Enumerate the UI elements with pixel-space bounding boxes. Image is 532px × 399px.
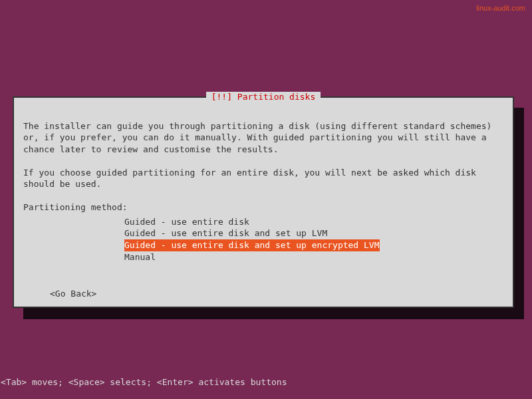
option-manual[interactable]: Manual bbox=[124, 251, 156, 263]
option-guided-entire-disk[interactable]: Guided - use entire disk bbox=[124, 216, 249, 228]
dialog-title-wrapper: [!!] Partition disks bbox=[14, 92, 513, 102]
footer-help-text: <Tab> moves; <Space> selects; <Enter> ac… bbox=[1, 377, 287, 387]
option-guided-encrypted-lvm[interactable]: Guided - use entire disk and set up encr… bbox=[124, 239, 380, 251]
dialog-paragraph-2: If you choose guided partitioning for an… bbox=[23, 168, 481, 190]
partitioning-options-list: Guided - use entire diskGuided - use ent… bbox=[23, 216, 503, 263]
partitioning-method-prompt: Partitioning method: bbox=[23, 202, 128, 212]
partition-disks-dialog: [!!] Partition disks The installer can g… bbox=[13, 96, 514, 308]
option-guided-lvm[interactable]: Guided - use entire disk and set up LVM bbox=[124, 227, 327, 239]
attribution-text: linux-audit.com bbox=[476, 4, 525, 12]
go-back-button[interactable]: <Go Back> bbox=[50, 289, 96, 299]
dialog-paragraph-1: The installer can guide you through part… bbox=[23, 121, 497, 154]
dialog-title: [!!] Partition disks bbox=[206, 92, 321, 102]
dialog-content: The installer can guide you through part… bbox=[14, 98, 513, 310]
